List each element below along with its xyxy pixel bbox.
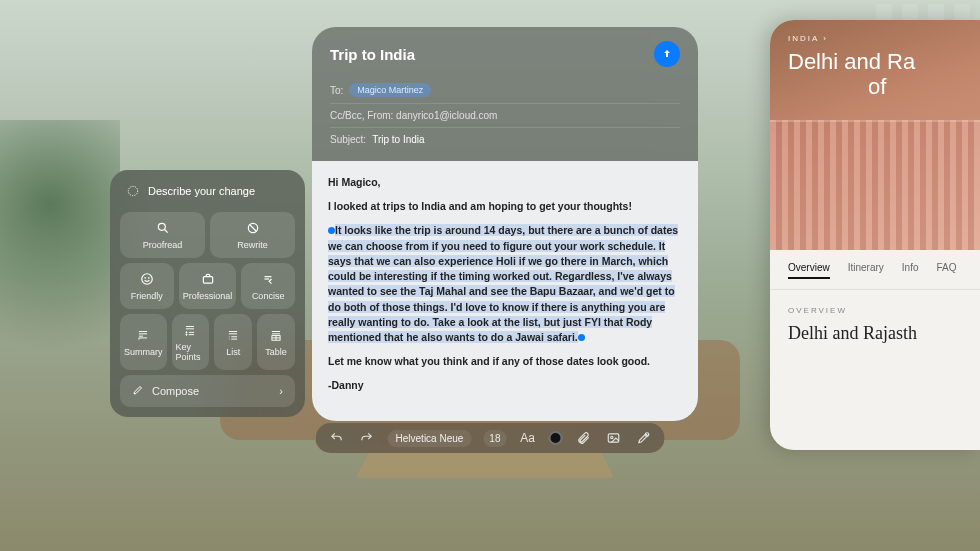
summary-button[interactable]: Summary bbox=[120, 314, 167, 370]
photo-button[interactable] bbox=[604, 429, 622, 447]
content-tabs: Overview Itinerary Info FAQ bbox=[770, 250, 980, 290]
briefcase-icon bbox=[200, 271, 216, 287]
list-icon bbox=[225, 327, 241, 343]
summary-icon bbox=[135, 327, 151, 343]
tab-faq[interactable]: FAQ bbox=[937, 262, 957, 279]
section-label: OVERVIEW bbox=[788, 306, 962, 315]
svg-point-0 bbox=[128, 186, 137, 195]
arrow-up-icon bbox=[661, 48, 673, 60]
svg-point-7 bbox=[148, 278, 149, 279]
magnify-icon bbox=[155, 220, 171, 236]
concise-icon bbox=[260, 271, 276, 287]
mail-body[interactable]: Hi Magico, I looked at trips to India an… bbox=[312, 161, 698, 421]
undo-button[interactable] bbox=[328, 429, 346, 447]
svg-point-18 bbox=[186, 334, 187, 335]
pencil-icon bbox=[132, 384, 144, 398]
concise-button[interactable]: Concise bbox=[241, 263, 295, 309]
svg-line-4 bbox=[249, 225, 256, 232]
chevron-right-icon: › bbox=[823, 34, 828, 43]
tab-itinerary[interactable]: Itinerary bbox=[848, 262, 884, 279]
subject-field[interactable]: Subject: Trip to India bbox=[330, 128, 680, 151]
svg-rect-8 bbox=[203, 277, 212, 283]
hero-image: INDIA › Delhi and Ra of bbox=[770, 20, 980, 250]
text-color-button[interactable] bbox=[548, 431, 562, 445]
svg-point-6 bbox=[145, 278, 146, 279]
tab-info[interactable]: Info bbox=[902, 262, 919, 279]
table-icon bbox=[268, 327, 284, 343]
send-button[interactable] bbox=[654, 41, 680, 67]
mail-compose-panel: Trip to India To: Magico Martinez Cc/Bcc… bbox=[312, 27, 698, 421]
svg-line-2 bbox=[164, 230, 167, 233]
selection-end-handle[interactable] bbox=[578, 334, 585, 341]
section-headline: Delhi and Rajasth bbox=[788, 323, 962, 344]
tab-overview[interactable]: Overview bbox=[788, 262, 830, 279]
breadcrumb: INDIA › bbox=[788, 34, 980, 43]
rewrite-icon bbox=[245, 220, 261, 236]
sparkle-icon bbox=[126, 184, 140, 198]
selection-start-handle[interactable] bbox=[328, 227, 335, 234]
window-controls bbox=[876, 4, 970, 20]
font-picker[interactable]: Helvetica Neue bbox=[388, 430, 472, 447]
hero-title: Delhi and Ra of bbox=[788, 49, 980, 100]
attachment-button[interactable] bbox=[574, 429, 592, 447]
markup-button[interactable] bbox=[634, 429, 652, 447]
content-panel: INDIA › Delhi and Ra of Overview Itinera… bbox=[770, 20, 980, 450]
svg-point-1 bbox=[158, 223, 165, 230]
svg-point-32 bbox=[611, 436, 613, 438]
proofread-button[interactable]: Proofread bbox=[120, 212, 205, 258]
keypoints-button[interactable]: Key Points bbox=[172, 314, 210, 370]
redo-button[interactable] bbox=[358, 429, 376, 447]
chevron-right-icon: › bbox=[279, 385, 283, 397]
compose-button[interactable]: Compose › bbox=[120, 375, 295, 407]
list-button[interactable]: List bbox=[214, 314, 252, 370]
writing-tools-panel: Describe your change Proofread Rewrite F… bbox=[110, 170, 305, 417]
to-field[interactable]: To: Magico Martinez bbox=[330, 77, 680, 104]
format-toolbar: Helvetica Neue 18 Aa bbox=[316, 423, 665, 453]
professional-button[interactable]: Professional bbox=[179, 263, 237, 309]
keypoints-icon bbox=[182, 322, 198, 338]
writing-tools-header-text: Describe your change bbox=[148, 185, 255, 197]
recipient-chip[interactable]: Magico Martinez bbox=[349, 83, 431, 97]
ccbcc-field[interactable]: Cc/Bcc, From: danyrico1@icloud.com bbox=[330, 104, 680, 128]
table-button[interactable]: Table bbox=[257, 314, 295, 370]
font-size-picker[interactable]: 18 bbox=[483, 430, 506, 447]
mail-title: Trip to India bbox=[330, 46, 415, 63]
writing-tools-header[interactable]: Describe your change bbox=[120, 180, 295, 202]
svg-point-16 bbox=[186, 332, 187, 333]
svg-point-5 bbox=[142, 274, 153, 285]
text-format-button[interactable]: Aa bbox=[518, 429, 536, 447]
friendly-button[interactable]: Friendly bbox=[120, 263, 174, 309]
smile-icon bbox=[139, 271, 155, 287]
rewrite-button[interactable]: Rewrite bbox=[210, 212, 295, 258]
